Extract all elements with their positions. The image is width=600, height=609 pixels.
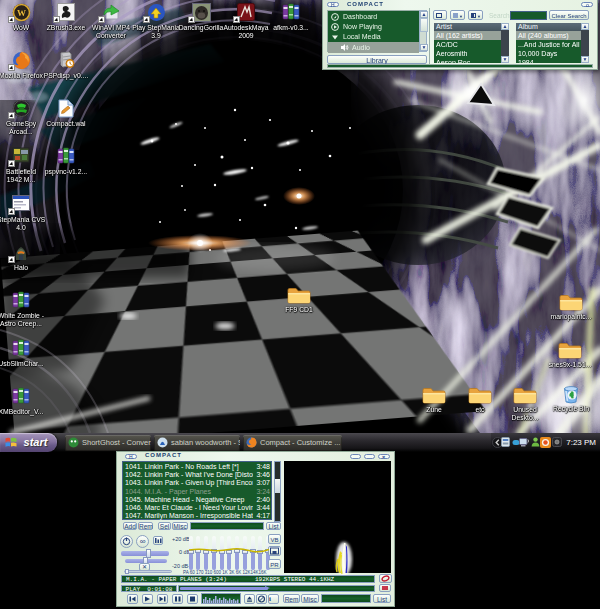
svg-text:W: W bbox=[17, 8, 26, 18]
